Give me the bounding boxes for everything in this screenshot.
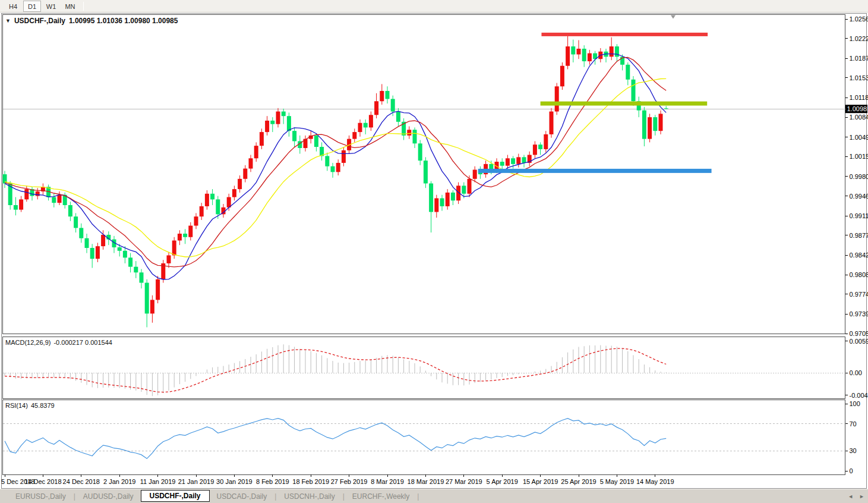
macd-indicator-label: MACD(12,26,9) -0.000217 0.001544 [5, 339, 112, 346]
candle [118, 247, 122, 251]
candle [96, 246, 100, 259]
candle [653, 117, 657, 131]
candle [664, 108, 668, 109]
candle [210, 194, 214, 200]
candle [243, 169, 247, 179]
macd-name: MACD(12,26,9) [5, 339, 50, 346]
candle [270, 121, 274, 124]
macd-panel [3, 337, 845, 399]
price-tick-label: 1.01530 [850, 74, 868, 81]
candle [232, 189, 236, 197]
candle [550, 112, 554, 134]
tab-separator: | [343, 492, 345, 501]
rsi-panel [3, 400, 845, 475]
chart-header: ▼ USDCHF-,Daily 1.00995 1.01036 1.00980 … [5, 17, 178, 25]
timeframe-d1-button[interactable]: D1 [23, 1, 41, 12]
candle [440, 198, 444, 206]
toolbar-separator [83, 2, 84, 11]
candle [188, 226, 192, 237]
broken-support-line[interactable] [541, 102, 708, 106]
price-tick-label: 1.02220 [850, 35, 868, 42]
candle [364, 123, 368, 128]
support-line[interactable] [478, 169, 712, 173]
chart-tabs-bar: EURUSD-,Daily | AUDUSD-,Daily USDCHF-,Da… [0, 489, 868, 503]
tab-eurchf-weekly[interactable]: EURCHF-,Weekly [345, 491, 416, 502]
date-tick-label: 5 Apr 2019 [487, 478, 518, 485]
timeframe-mn-button[interactable]: MN [61, 1, 79, 12]
candle [287, 116, 291, 131]
candle [615, 46, 619, 56]
date-tick-label: 14 May 2019 [636, 478, 674, 485]
timeframe-toolbar: H4 D1 W1 MN [0, 0, 868, 12]
chart-window: 1.025601.022201.018701.015301.011801.008… [0, 12, 868, 489]
candle [24, 189, 29, 199]
candle [642, 111, 646, 139]
candle [560, 66, 564, 87]
candle [632, 80, 636, 101]
candle [172, 241, 176, 256]
tab-usdcad-daily[interactable]: USDCAD-,Daily [210, 491, 274, 502]
candle [205, 194, 209, 206]
candle [128, 257, 132, 266]
date-tick-label: 27 Mar 2019 [446, 478, 482, 485]
tab-eurusd-daily[interactable]: EURUSD-,Daily [8, 491, 73, 502]
date-tick-label: 30 Jan 2019 [216, 478, 252, 485]
tab-separator: | [417, 492, 419, 501]
candle [511, 158, 515, 164]
tabs-scroll-right-button[interactable]: ► [859, 493, 864, 499]
rsi-tick-label: 30 [850, 447, 857, 454]
candle [434, 198, 438, 212]
candle [200, 206, 204, 216]
candle [369, 115, 373, 127]
price-tick-label: 0.97050 [850, 330, 868, 337]
timeframe-w1-button[interactable]: W1 [42, 1, 60, 12]
candle [577, 49, 581, 55]
tab-separator: | [74, 492, 75, 501]
tab-usdcnh-daily[interactable]: USDCNH-,Daily [277, 491, 342, 502]
timeframe-h4-button[interactable]: H4 [4, 1, 22, 12]
candle [380, 91, 384, 101]
price-axis: 1.025601.022201.018701.015301.011801.008… [845, 15, 868, 337]
candle [58, 195, 62, 203]
candle [473, 169, 477, 178]
candle [265, 121, 269, 132]
price-tick-label: 1.02560 [850, 15, 868, 23]
candle [19, 199, 23, 209]
tab-usdchf-daily[interactable]: USDCHF-,Daily [141, 490, 210, 502]
date-tick-label: 5 May 2019 [600, 478, 634, 485]
tab-audusd-daily[interactable]: AUDUSD-,Daily [76, 491, 141, 502]
candle [167, 255, 171, 263]
candle [533, 144, 537, 155]
date-tick-label: 2 Jan 2019 [103, 478, 135, 485]
resistance-line[interactable] [541, 33, 708, 36]
chart-canvas[interactable]: 1.025601.022201.018701.015301.011801.008… [0, 12, 868, 489]
date-tick-label: 25 Apr 2019 [561, 478, 596, 485]
candle [183, 234, 187, 237]
candle [429, 184, 433, 212]
chart-symbol-title: USDCHF-,Daily [14, 17, 65, 25]
price-tick-label: 0.98080 [850, 271, 868, 278]
candle [544, 134, 548, 149]
candle [134, 267, 138, 273]
price-tick-label: 1.00490 [850, 134, 868, 141]
candle [374, 101, 378, 115]
candle [90, 248, 94, 259]
date-tick-label: 8 Mar 2019 [371, 478, 404, 485]
date-tick-label: 15 Apr 2019 [523, 478, 558, 485]
date-tick-label: 18 Feb 2019 [292, 478, 329, 485]
date-tick-label: 18 Mar 2019 [408, 478, 444, 485]
macd-tick-label: 0.00597 [850, 338, 868, 345]
tabs-scroll-left-button[interactable]: ◄ [848, 493, 853, 499]
candle [462, 186, 466, 193]
candle [582, 49, 586, 61]
price-tick-label: 0.98770 [850, 232, 868, 239]
candle [538, 144, 542, 149]
date-axis: 5 Dec 201814 Dec 201824 Dec 20182 Jan 20… [1, 474, 674, 485]
rsi-tick-label: 0 [850, 467, 853, 474]
date-tick-label: 8 Feb 2019 [256, 478, 289, 485]
candle [194, 216, 198, 225]
chart-menu-collapse-icon[interactable]: ▼ [5, 18, 11, 24]
candle [659, 114, 663, 131]
price-tick-label: 1.01180 [850, 94, 868, 101]
candle [276, 112, 280, 124]
